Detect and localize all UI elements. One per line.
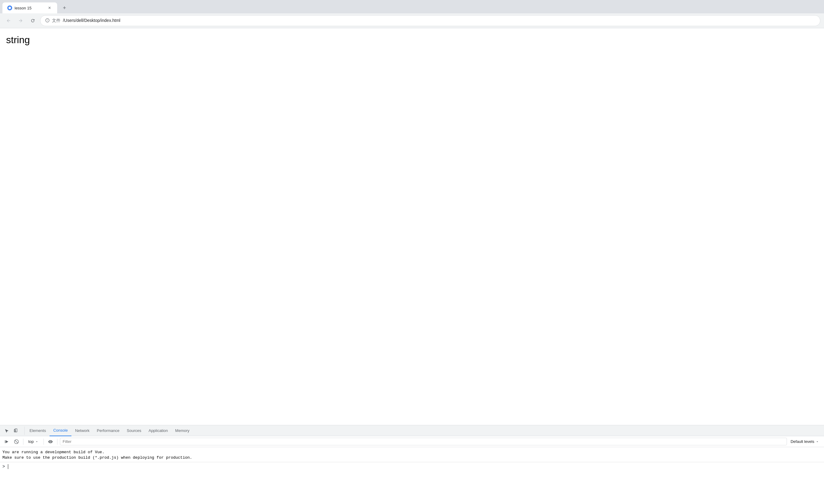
address-path: /Users/dell/Desktop/index.html: [63, 18, 120, 23]
console-message: You are running a development build of V…: [0, 448, 824, 462]
console-prompt-symbol: >: [2, 464, 5, 469]
tab-favicon: [7, 5, 12, 10]
nav-bar: 文件 /Users/dell/Desktop/index.html: [0, 13, 824, 28]
address-bar[interactable]: 文件 /Users/dell/Desktop/index.html: [40, 15, 820, 26]
svg-marker-6: [6, 440, 8, 443]
context-value: top: [28, 439, 34, 444]
devtools-tab-performance[interactable]: Performance: [93, 425, 123, 436]
reload-button[interactable]: [28, 16, 38, 25]
forward-icon: [18, 18, 23, 23]
browser-chrome: lesson 15 ✕ +: [0, 0, 824, 28]
default-levels-label: Default levels: [791, 439, 814, 444]
tab-title: lesson 15: [15, 6, 44, 10]
back-icon: [6, 18, 11, 23]
tab-close-button[interactable]: ✕: [47, 5, 52, 11]
tab-bar: lesson 15 ✕ +: [0, 0, 824, 13]
eye-icon: [48, 439, 53, 444]
forward-button[interactable]: [16, 16, 25, 25]
page-main-text: string: [6, 34, 818, 45]
browser-tab[interactable]: lesson 15 ✕: [2, 2, 57, 13]
back-button[interactable]: [4, 16, 13, 25]
devtools-tab-elements[interactable]: Elements: [26, 425, 49, 436]
address-text: 文件 /Users/dell/Desktop/index.html: [52, 18, 815, 23]
devtools-panel: Elements Console Network Performance Sou…: [0, 425, 824, 504]
device-toolbar-button[interactable]: [12, 426, 21, 435]
devtools-icon-group: [2, 426, 25, 435]
devtools-tab-bar: Elements Console Network Performance Sou…: [0, 425, 824, 436]
toolbar-separator-3: [57, 439, 58, 445]
default-levels-button[interactable]: Default levels: [788, 438, 822, 445]
devtools-tab-sources[interactable]: Sources: [123, 425, 145, 436]
default-levels-dropdown-icon: [816, 440, 819, 443]
reload-icon: [30, 18, 35, 23]
inspect-element-button[interactable]: [2, 426, 11, 435]
console-toolbar: top Default levels: [0, 436, 824, 447]
toolbar-separator-2: [43, 439, 44, 445]
console-filter-input[interactable]: [60, 438, 787, 445]
console-output: You are running a development build of V…: [0, 447, 824, 504]
console-input-row[interactable]: >: [0, 462, 824, 471]
new-tab-button[interactable]: +: [60, 3, 69, 13]
info-icon: [45, 18, 49, 23]
svg-line-8: [15, 440, 18, 443]
devtools-tab-network[interactable]: Network: [72, 425, 93, 436]
console-input-area[interactable]: [7, 464, 822, 469]
page-content: string: [0, 28, 824, 425]
devtools-tab-application[interactable]: Application: [145, 425, 172, 436]
toolbar-separator-1: [23, 439, 23, 445]
devtools-tab-console[interactable]: Console: [49, 425, 72, 436]
clear-console-button[interactable]: [12, 437, 21, 446]
context-dropdown-icon: [35, 440, 38, 443]
run-snippet-button[interactable]: [2, 437, 11, 446]
svg-point-2: [47, 21, 47, 21]
console-message-text: You are running a development build of V…: [2, 449, 192, 461]
devtools-tab-memory[interactable]: Memory: [172, 425, 193, 436]
console-cursor: [8, 464, 8, 469]
console-context-selector[interactable]: top: [26, 438, 41, 445]
live-expressions-button[interactable]: [46, 437, 55, 446]
file-label: 文件: [52, 18, 61, 23]
